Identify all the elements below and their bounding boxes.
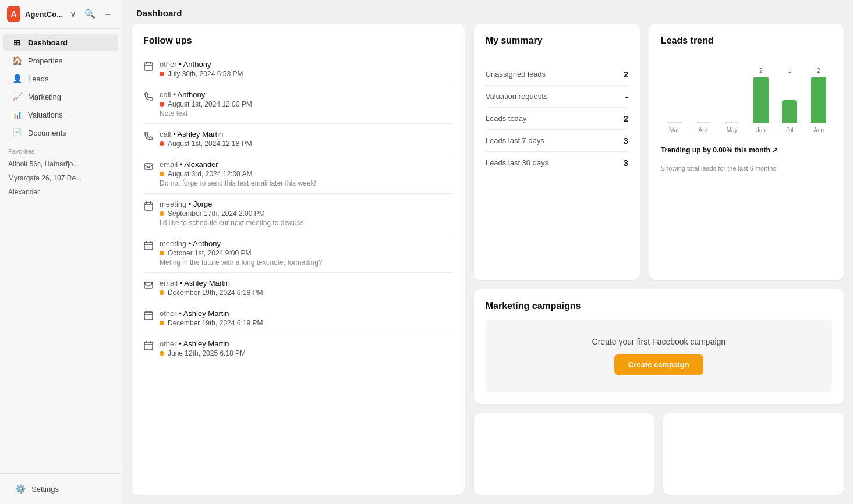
follow-up-item[interactable]: meeting • Jorge September 17th, 2024 2:0… (143, 194, 453, 233)
page-title: Dashboard (122, 0, 853, 24)
follow-up-date-row: June 12th, 2025 6:18 PM (160, 349, 453, 357)
follow-up-date: June 12th, 2025 6:18 PM (168, 349, 246, 357)
follow-up-content: other • Anthony July 30th, 2024 6:53 PM (160, 60, 453, 78)
leads-icon: 👤 (12, 74, 22, 83)
bar-value-label: 1 (788, 68, 792, 76)
summary-rows: Unassigned leads 2 Valuation requests - … (486, 63, 628, 173)
sidebar-header-icons: ∨ 🔍 ＋ (68, 8, 115, 21)
summary-row: Leads today 2 (486, 108, 628, 130)
follow-up-type-name: meeting • Jorge (160, 200, 453, 208)
sidebar-item-settings[interactable]: ⚙️ Settings (7, 480, 115, 498)
follow-up-date: October 1st, 2024 9:00 PM (168, 249, 251, 257)
bar (667, 122, 682, 123)
follow-up-dot (160, 290, 164, 295)
follow-up-type: email (160, 160, 178, 169)
favorite-item-1[interactable]: Alfholt 56c, Hafnarfjo... (0, 157, 122, 171)
follow-up-note: Do not forge to send this test email lat… (160, 179, 453, 187)
chart-column: 2Aug (805, 68, 832, 133)
svg-rect-4 (144, 164, 153, 169)
follow-up-type-name: email • Alexander (160, 160, 453, 169)
follow-up-note: I'd like to schedule our next meeting to… (160, 219, 453, 227)
summary-value: 3 (624, 136, 628, 145)
summary-label: Valuation requests (486, 92, 548, 101)
sidebar-item-valuations[interactable]: 📊 Valuations (3, 106, 118, 123)
follow-up-item[interactable]: other • Ashley Martin June 12th, 2025 6:… (143, 333, 453, 363)
follow-up-dot (160, 351, 164, 356)
follow-up-type: call (160, 90, 171, 99)
chevron-down-icon[interactable]: ∨ (68, 8, 79, 21)
follow-up-dot (160, 72, 164, 76)
follow-up-item[interactable]: email • Alexander August 3rd, 2024 12:00… (143, 154, 453, 194)
sidebar-item-dashboard[interactable]: ⊞ Dashboard (3, 34, 118, 51)
follow-up-item[interactable]: call • Ashley Martin August 1st, 2024 12… (143, 124, 453, 154)
follow-up-content: other • Ashley Martin June 12th, 2025 6:… (160, 339, 453, 357)
follow-up-type-icon (143, 91, 154, 104)
properties-icon: 🏠 (12, 56, 22, 65)
marketing-card: Marketing campaigns Create your first Fa… (474, 289, 844, 404)
follow-up-type-name: other • Anthony (160, 60, 453, 69)
valuations-icon: 📊 (12, 110, 22, 119)
favorites-label: Favorites (0, 142, 122, 157)
follow-up-item[interactable]: other • Anthony July 30th, 2024 6:53 PM (143, 54, 453, 84)
follow-up-type: other (160, 339, 177, 348)
sidebar-item-properties[interactable]: 🏠 Properties (3, 52, 118, 69)
bar-value-label: 2 (817, 68, 820, 76)
follow-up-item[interactable]: meeting • Anthony October 1st, 2024 9:00… (143, 233, 453, 273)
sidebar-item-leads[interactable]: 👤 Leads (3, 70, 118, 87)
chart-x-label: Jun (756, 127, 766, 133)
follow-up-type-name: other • Ashley Martin (160, 309, 453, 318)
leads-trend-title: Leads trend (661, 36, 832, 46)
follow-up-type-icon (143, 161, 154, 174)
bar-container (724, 77, 739, 123)
follow-up-date-row: October 1st, 2024 9:00 PM (160, 249, 453, 257)
favorite-item-3[interactable]: Alexander (0, 185, 122, 199)
right-column: My summary Unassigned leads 2 Valuation … (474, 24, 844, 495)
bar (782, 100, 797, 123)
bar-container (753, 77, 769, 123)
follow-up-date: December 19th, 2024 6:18 PM (168, 289, 263, 297)
follow-up-date: December 19th, 2024 6:19 PM (168, 319, 263, 327)
follow-up-item[interactable]: other • Ashley Martin December 19th, 202… (143, 303, 453, 333)
search-icon[interactable]: 🔍 (82, 8, 98, 21)
chart-column: 1Jul (777, 68, 804, 133)
create-campaign-button[interactable]: Create campaign (614, 354, 703, 375)
sidebar-item-documents[interactable]: 📄 Documents (3, 124, 118, 141)
sidebar-header: A AgentCo... ∨ 🔍 ＋ (0, 0, 122, 29)
bottom-row (474, 413, 844, 495)
summary-label: Leads last 7 days (486, 136, 544, 145)
follow-up-date: September 17th, 2024 2:00 PM (168, 210, 265, 218)
summary-label: Unassigned leads (486, 70, 546, 79)
summary-value: 2 (624, 69, 628, 79)
bar (695, 122, 710, 123)
follow-up-content: other • Ashley Martin December 19th, 202… (160, 309, 453, 327)
sidebar-item-marketing[interactable]: 📈 Marketing (3, 88, 118, 105)
app-logo: A (7, 6, 20, 22)
follow-up-date: August 1st, 2024 12:00 PM (168, 100, 252, 108)
follow-up-type-icon (143, 61, 154, 74)
svg-rect-14 (144, 312, 153, 320)
follow-up-content: meeting • Jorge September 17th, 2024 2:0… (160, 200, 453, 227)
follow-up-type-icon (143, 240, 154, 253)
follow-ups-list: other • Anthony July 30th, 2024 6:53 PM … (143, 54, 453, 363)
follow-up-item[interactable]: call • Anthony August 1st, 2024 12:00 PM… (143, 84, 453, 124)
chart-x-label: Mar (669, 127, 679, 133)
follow-up-content: call • Anthony August 1st, 2024 12:00 PM… (160, 90, 453, 118)
summary-row: Unassigned leads 2 (486, 63, 628, 86)
svg-rect-18 (144, 342, 153, 350)
favorite-item-2[interactable]: Myrargata 26, 107 Re... (0, 171, 122, 185)
chart-column: 2Jun (748, 68, 774, 133)
follow-up-content: email • Ashley Martin December 19th, 202… (160, 279, 453, 297)
main-content: Dashboard Follow ups other • Anthony Jul… (122, 0, 853, 504)
left-column: Follow ups other • Anthony July 30th, 20… (132, 24, 465, 495)
follow-up-type-icon (143, 280, 154, 293)
add-icon[interactable]: ＋ (101, 8, 115, 21)
follow-up-item[interactable]: email • Ashley Martin December 19th, 202… (143, 273, 453, 303)
leads-trend-card: Leads trend MarAprMay2Jun1Jul2Aug Trendi… (649, 24, 844, 280)
chart-x-label: Apr (699, 127, 708, 133)
follow-up-type: call (160, 130, 171, 139)
follow-ups-card: Follow ups other • Anthony July 30th, 20… (132, 24, 465, 495)
summary-value: 3 (624, 158, 628, 168)
right-top-row: My summary Unassigned leads 2 Valuation … (474, 24, 844, 280)
dashboard-grid: Follow ups other • Anthony July 30th, 20… (122, 24, 853, 504)
summary-value: 2 (624, 113, 628, 123)
